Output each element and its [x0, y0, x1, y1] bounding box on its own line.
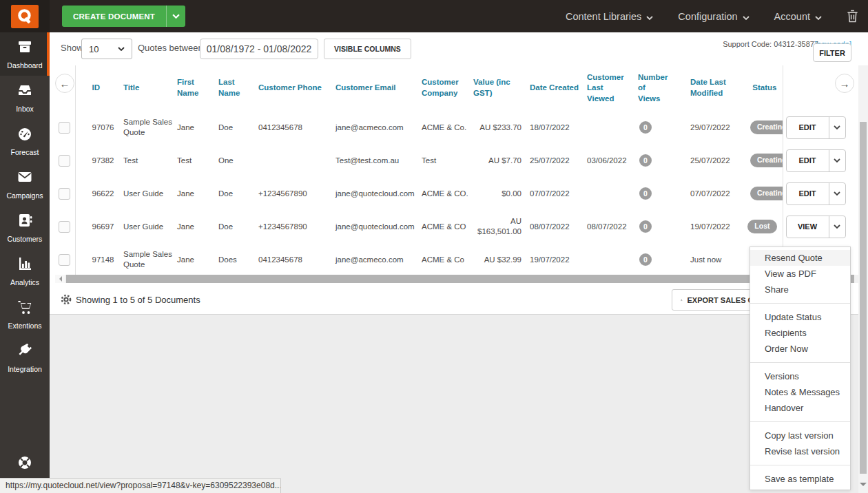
table-row[interactable]: 96697User GuideJaneDoe+1234567890jane@qu…: [55, 210, 849, 243]
row-action-label: EDIT: [787, 183, 829, 204]
hscroll-thumb[interactable]: [66, 275, 854, 283]
status-url: https://my.quotecloud.net/view?proposal=…: [6, 481, 281, 490]
chevron-down-icon[interactable]: [166, 6, 185, 27]
row-checkbox[interactable]: [59, 155, 70, 167]
cell-last-viewed: 03/06/2022: [582, 144, 628, 177]
chevron-down-icon[interactable]: [829, 183, 845, 204]
menu-item-recipients[interactable]: Recipients: [750, 325, 850, 341]
column-header-customer-last-viewed[interactable]: Customer Last Viewed: [582, 65, 628, 111]
row-checkbox[interactable]: [59, 254, 70, 266]
browser-status-bar: https://my.quotecloud.net/view?proposal=…: [0, 478, 281, 493]
column-header-number-of-views[interactable]: Number of Views: [628, 65, 663, 111]
sidebar-item-integration[interactable]: Integration: [0, 336, 50, 379]
menu-item-update-status[interactable]: Update Status: [750, 309, 850, 325]
archive-icon: [17, 39, 33, 58]
chevron-down-icon[interactable]: [829, 150, 845, 171]
cell-last-viewed: [582, 111, 628, 144]
menu-item-resend-quote[interactable]: Resend Quote: [750, 250, 850, 266]
chevron-down-icon[interactable]: [829, 216, 845, 238]
sidebar-item-extentions[interactable]: Extentions: [0, 293, 50, 336]
menu-item-share[interactable]: Share: [750, 282, 850, 297]
gear-icon[interactable]: [61, 294, 72, 305]
row-action-button[interactable]: EDIT: [786, 116, 846, 139]
scroll-columns-right-button[interactable]: →: [835, 74, 854, 93]
row-checkbox[interactable]: [59, 122, 70, 134]
cell-value: $0.00: [468, 177, 525, 210]
cell-views: 0: [628, 210, 663, 243]
column-header-first-name[interactable]: First Name: [172, 65, 214, 111]
top-menu-configuration[interactable]: Configuration: [678, 11, 749, 22]
row-action-button[interactable]: EDIT: [786, 149, 846, 172]
table-row[interactable]: 97148Sample Sales QuoteJaneDoes041234567…: [55, 243, 849, 276]
sidebar-item-customers[interactable]: Customers: [0, 206, 50, 249]
bar-chart-icon: [17, 255, 33, 275]
column-header-date-created[interactable]: Date Created: [525, 65, 582, 111]
cell-id: 97382: [75, 144, 118, 177]
table-row[interactable]: 96622User GuideJaneDoe+1234567890jane@qu…: [55, 177, 849, 210]
column-header-customer-company[interactable]: Customer Company: [417, 65, 468, 111]
cell-last-name: One: [214, 144, 254, 177]
row-action-label: EDIT: [787, 117, 829, 138]
column-header-customer-email[interactable]: Customer Email: [331, 65, 417, 111]
chevron-down-icon: [646, 11, 653, 22]
column-header-last-name[interactable]: Last Name: [214, 65, 254, 111]
menu-item-save-as-template[interactable]: Save as template: [750, 471, 850, 487]
cell-company: ACME & Co.: [417, 111, 468, 144]
date-range-input[interactable]: [200, 39, 318, 59]
envelope-icon: [17, 169, 33, 188]
menu-item-notes-messages[interactable]: Notes & Messages: [750, 384, 850, 400]
table-row[interactable]: 97076Sample Sales QuoteJaneDoe0412345678…: [55, 111, 849, 144]
quotecloud-logo-icon[interactable]: [11, 5, 39, 28]
menu-divider: [750, 465, 850, 465]
main-content: Show 10 Quotes between VISIBLE COLUMNS S…: [50, 32, 868, 493]
sidebar-item-analytics[interactable]: Analytics: [0, 249, 50, 293]
menu-divider: [750, 362, 850, 363]
row-checkbox[interactable]: [59, 188, 70, 200]
menu-item-handover[interactable]: Handover: [750, 400, 850, 416]
horizontal-scrollbar: [55, 275, 858, 283]
sidebar-item-dashboard[interactable]: Dashboard: [0, 32, 50, 76]
menu-item-versions[interactable]: Versions: [750, 368, 850, 384]
sidebar-item-inbox[interactable]: Inbox: [0, 76, 50, 119]
sidebar-nav: DashboardInboxForecastCampaignsCustomers…: [0, 32, 50, 493]
chevron-down-icon: [815, 11, 822, 22]
vscroll-thumb[interactable]: [860, 122, 867, 474]
vscroll-down-arrow-icon[interactable]: [860, 483, 867, 490]
cell-status: Creating: [730, 144, 783, 177]
top-bar: CREATE DOCUMENT Content LibrariesConfigu…: [0, 0, 868, 32]
column-header-title[interactable]: Title: [118, 65, 172, 111]
row-checkbox[interactable]: [59, 221, 70, 233]
top-menu-content-libraries[interactable]: Content Libraries: [566, 11, 653, 22]
cell-title: User Guide: [118, 210, 172, 243]
cell-last-name: Does: [214, 243, 254, 276]
menu-item-copy-last-version[interactable]: Copy last version: [750, 428, 850, 443]
chevron-down-icon[interactable]: [829, 117, 845, 138]
menu-item-revise-last-version[interactable]: Revise last version: [750, 443, 850, 459]
cell-id: 97076: [75, 111, 118, 144]
sidebar-item-campaigns[interactable]: Campaigns: [0, 162, 50, 206]
show-select[interactable]: 10: [81, 39, 132, 59]
create-document-button[interactable]: CREATE DOCUMENT: [62, 6, 185, 27]
visible-columns-button[interactable]: VISIBLE COLUMNS: [324, 39, 411, 59]
menu-item-view-as-pdf[interactable]: View as PDF: [750, 266, 850, 282]
column-header-value-inc-gst[interactable]: Value (inc GST): [468, 65, 525, 111]
cell-id: 96697: [75, 210, 118, 243]
column-header-date-last-modified[interactable]: Date Last Modified: [663, 65, 730, 111]
column-header-id[interactable]: ID: [75, 65, 118, 111]
sidebar-item-forecast[interactable]: Forecast: [0, 119, 50, 162]
trash-icon[interactable]: [847, 10, 858, 23]
hscroll-left-arrow-icon[interactable]: [55, 275, 65, 283]
scroll-columns-left-button[interactable]: ←: [55, 74, 74, 93]
cell-company: ACME & CO.: [417, 177, 468, 210]
row-action-button[interactable]: VIEW: [786, 216, 846, 238]
row-action-button[interactable]: EDIT: [786, 182, 846, 205]
column-header-customer-phone[interactable]: Customer Phone: [254, 65, 331, 111]
top-menu-account[interactable]: Account: [774, 11, 822, 22]
cell-company: Test: [417, 144, 468, 177]
cell-date-created: 07/07/2022: [525, 177, 582, 210]
table-row[interactable]: 97382TestTestOneTest@test.com.auTestAU $…: [55, 144, 849, 177]
menu-item-order-now[interactable]: Order Now: [750, 341, 850, 357]
filter-button[interactable]: FILTER: [813, 43, 851, 62]
column-header-status[interactable]: Status: [730, 65, 783, 111]
cell-phone: 0412345678: [254, 243, 331, 276]
